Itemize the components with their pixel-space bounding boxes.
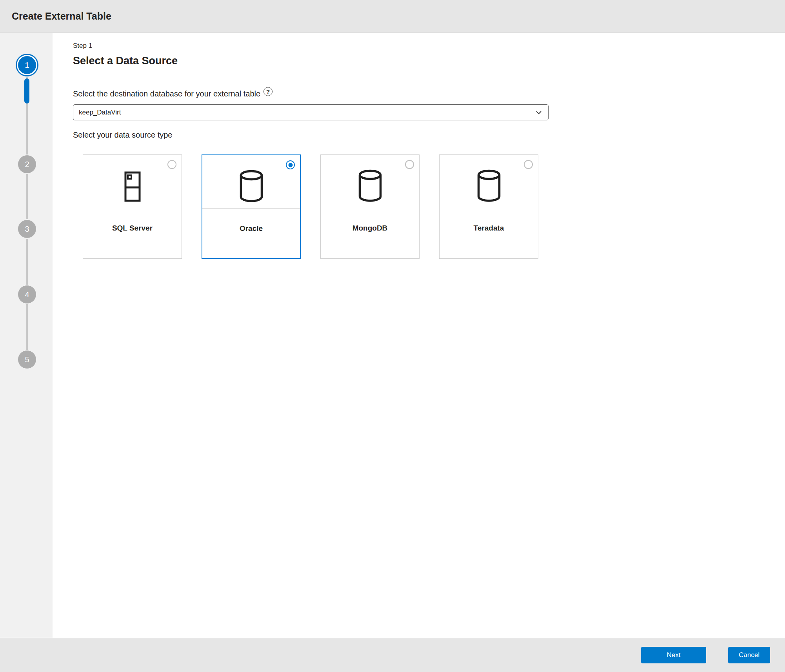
data-source-card-oracle[interactable]: Oracle [202, 154, 301, 259]
help-icon[interactable]: ? [263, 87, 273, 96]
card-label: SQL Server [83, 224, 182, 232]
database-icon [357, 169, 383, 202]
card-label: Oracle [202, 224, 300, 233]
data-source-card-list: SQL Server Oracle [83, 154, 785, 259]
page-title: Select a Data Source [73, 55, 785, 67]
step-number: 2 [25, 160, 29, 169]
step-number: 5 [25, 355, 29, 364]
card-label: Teradata [440, 224, 538, 232]
card-divider [83, 208, 182, 208]
create-external-table-wizard: Create External Table 1 2 3 4 5 Step 1 S… [0, 0, 785, 672]
stepper-step-4[interactable]: 4 [18, 285, 36, 303]
active-step-progress-bar [24, 78, 29, 104]
destination-database-dropdown[interactable]: keep_DataVirt [73, 104, 549, 120]
data-source-card-mongodb[interactable]: MongoDB [320, 154, 420, 259]
radio-sql-server[interactable] [167, 160, 176, 169]
stepper-step-5[interactable]: 5 [18, 351, 36, 369]
destination-database-value: keep_DataVirt [79, 109, 535, 116]
radio-oracle[interactable] [286, 160, 295, 169]
card-divider [202, 208, 300, 209]
wizard-page-content: Step 1 Select a Data Source Select the d… [53, 33, 785, 638]
step-label: Step 1 [73, 42, 785, 50]
destination-database-label: Select the destination database for your… [73, 89, 260, 98]
next-button[interactable]: Next [641, 647, 706, 663]
card-label: MongoDB [321, 224, 419, 232]
step-connector [26, 304, 28, 350]
wizard-stepper: 1 2 3 4 5 [0, 33, 53, 638]
stepper-step-3[interactable]: 3 [18, 220, 36, 238]
step-number: 1 [25, 60, 29, 70]
step-number: 3 [25, 225, 29, 234]
wizard-footer: Next Cancel [0, 638, 785, 672]
data-source-card-teradata[interactable]: Teradata [439, 154, 538, 259]
chevron-down-icon [535, 109, 543, 116]
step-connector [26, 239, 28, 285]
source-type-label: Select your data source type [73, 131, 785, 140]
window-title: Create External Table [12, 11, 111, 22]
radio-mongodb[interactable] [405, 160, 414, 169]
step-connector [26, 174, 28, 219]
card-divider [440, 208, 538, 208]
stepper-step-2[interactable]: 2 [18, 155, 36, 173]
database-icon [238, 170, 264, 203]
card-divider [321, 208, 419, 208]
radio-teradata[interactable] [524, 160, 533, 169]
stepper-step-1[interactable]: 1 [17, 55, 37, 75]
sql-server-icon [122, 171, 143, 202]
destination-database-label-row: Select the destination database for your… [73, 89, 785, 98]
cancel-button[interactable]: Cancel [728, 647, 770, 663]
database-icon [476, 169, 502, 202]
data-source-card-sql-server[interactable]: SQL Server [83, 154, 182, 259]
window-header: Create External Table [0, 0, 785, 33]
step-number: 4 [25, 290, 29, 299]
